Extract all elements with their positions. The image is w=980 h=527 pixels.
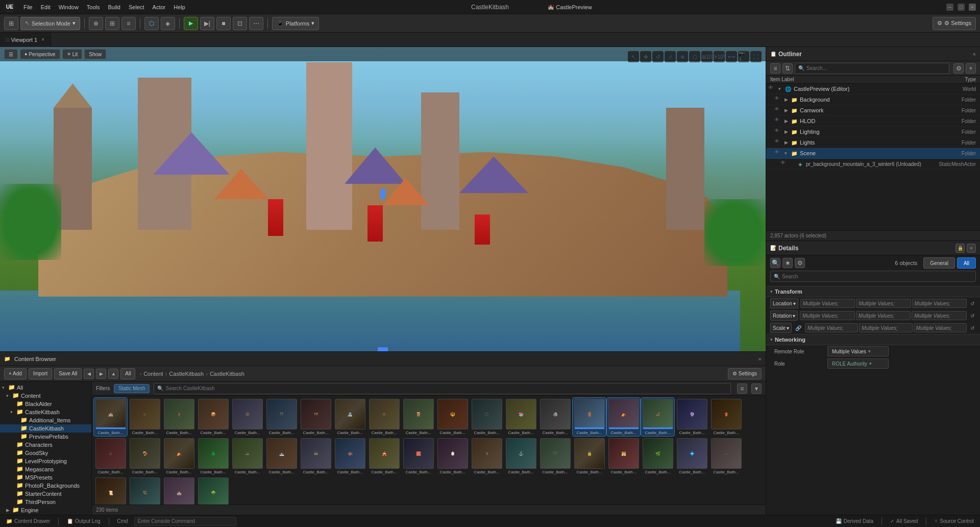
tree-item-levelprototyping[interactable]: 📁 LevelPrototyping: [0, 457, 91, 465]
asset-item[interactable]: ⛺ Castle_Bath...: [162, 437, 195, 475]
outliner-filter-button[interactable]: ≡: [770, 63, 780, 74]
static-mesh-filter[interactable]: Static Mesh: [114, 384, 150, 393]
viewport-tab-close[interactable]: ×: [41, 37, 44, 42]
visibility-icon[interactable]: 👁: [774, 128, 782, 136]
outliner-mesh-item[interactable]: 👁 ◈ pr_background_mountain_a_3_winter6 (…: [766, 159, 980, 170]
tree-item-photor[interactable]: 📁 PhotoR_Backgrounds: [0, 482, 91, 490]
toolbar-home-button[interactable]: ⊞: [4, 17, 18, 30]
toolbar-grid-button[interactable]: ⊞: [105, 17, 119, 30]
menu-select[interactable]: Select: [129, 4, 144, 10]
expand-arrow[interactable]: ▶: [785, 129, 791, 134]
menu-file[interactable]: File: [23, 4, 33, 10]
selection-mode-button[interactable]: ↖ Selection Mode ▾: [20, 17, 80, 30]
settings-button[interactable]: ⚙ ⚙ Settings: [933, 17, 976, 30]
asset-item[interactable]: 🏰 Castle_Bath...: [162, 476, 195, 505]
asset-item[interactable]: ⛩ Castle_Bath...: [265, 398, 298, 436]
content-drawer-button[interactable]: 📁 Content Drawer: [4, 518, 52, 524]
cb-add-button[interactable]: + Add: [4, 368, 27, 379]
menu-edit[interactable]: Edit: [41, 4, 51, 10]
scale-type-select[interactable]: Scale ▾: [770, 323, 792, 333]
col-item-label[interactable]: Item Label: [770, 77, 794, 82]
viewport[interactable]: ☰ ● Perspective ☀ Lit Show ↖ ✥ ↺ ⤢ ⊕ ⬡: [0, 47, 766, 351]
menu-window[interactable]: Window: [59, 4, 79, 10]
asset-item[interactable]: 📜 Castle_Bath...: [94, 476, 127, 505]
asset-item[interactable]: 🗡 Castle_Bath...: [470, 437, 503, 475]
menu-help[interactable]: Help: [174, 4, 185, 10]
cb-search-input[interactable]: [165, 386, 727, 391]
outliner-lighting-item[interactable]: 👁 ▶ 📁 Lighting Folder: [766, 127, 980, 137]
details-search-input[interactable]: [782, 274, 972, 279]
remote-role-select[interactable]: Multiple Values ▾: [827, 346, 889, 356]
outliner-search-input[interactable]: [806, 65, 946, 71]
maximize-button[interactable]: □: [958, 4, 965, 11]
asset-item[interactable]: ⚔ Castle_Bath...: [94, 437, 127, 475]
asset-item[interactable]: 🚪 Castle_Bath...: [573, 398, 606, 436]
source-control-button[interactable]: ⑂ Source Control: [933, 518, 976, 524]
cb-save-all-button[interactable]: Save All: [54, 368, 82, 379]
cb-path-ck2[interactable]: CastleKitbash: [210, 371, 244, 377]
tree-item-mspresets[interactable]: 📁 MSPresets: [0, 473, 91, 482]
asset-item[interactable]: 💠 Castle_Bath...: [675, 437, 708, 475]
visibility-icon[interactable]: 👁: [774, 117, 782, 125]
scale-x[interactable]: Multiple Values;: [805, 323, 858, 332]
asset-item[interactable]: 🌲 Castle_Bath...: [197, 437, 230, 475]
console-input[interactable]: [134, 517, 236, 526]
location-reset-button[interactable]: ↺: [969, 300, 976, 307]
location-z[interactable]: Multiple Values;: [912, 299, 967, 308]
stop-button[interactable]: ■: [216, 17, 231, 30]
cb-close-button[interactable]: ×: [758, 356, 762, 362]
asset-item[interactable]: 🏯 Castle_Bath...: [333, 398, 366, 436]
asset-item[interactable]: 🏔 Castle_Bath...: [299, 437, 332, 475]
asset-item[interactable]: ⚔ Castle_Bath...: [128, 398, 161, 436]
visibility-icon[interactable]: 👁: [780, 160, 789, 168]
expand-arrow[interactable]: ▾: [778, 86, 785, 91]
asset-item[interactable]: 🪨 Castle_Bath...: [538, 398, 572, 436]
outliner-scene-item[interactable]: 👁 ▾ 📁 Scene Folder: [766, 148, 980, 159]
visibility-icon[interactable]: 👁: [774, 138, 782, 147]
asset-item[interactable]: — Castle_Bath...: [709, 437, 743, 475]
asset-item[interactable]: 🧱 Castle_Bath...: [402, 437, 435, 475]
viewport-resize-handle[interactable]: [378, 347, 388, 351]
visibility-icon[interactable]: 👁: [774, 95, 782, 104]
role-select[interactable]: ROLE Authority ▾: [827, 358, 889, 369]
outliner-add-button[interactable]: +: [966, 63, 976, 74]
visibility-icon[interactable]: 👁: [768, 85, 776, 93]
asset-item[interactable]: ⛰ Castle_Bath...: [231, 437, 264, 475]
asset-item[interactable]: 🏗 Castle_Bath...: [128, 476, 161, 505]
derived-data-button[interactable]: 💾 Derived Data: [834, 518, 875, 524]
more-play-button[interactable]: ⋯: [249, 17, 263, 30]
play-button[interactable]: ▶: [184, 17, 198, 30]
outliner-close-button[interactable]: ×: [973, 51, 976, 57]
asset-item[interactable]: 🛡 Castle_Bath...: [538, 437, 572, 475]
scale-y[interactable]: Multiple Values;: [859, 323, 912, 332]
rotation-x[interactable]: Multiple Values;: [800, 311, 855, 320]
asset-item[interactable]: 🪤 Castle_Bath...: [128, 437, 161, 475]
menu-tools[interactable]: Tools: [87, 4, 100, 10]
scale-z[interactable]: Multiple Values;: [914, 323, 967, 332]
expand-arrow[interactable]: ▶: [785, 108, 791, 113]
tree-item-castlekitbash-selected[interactable]: 📁 CastleKitbash: [0, 424, 91, 433]
menu-actor[interactable]: Actor: [153, 4, 166, 10]
scale-reset-button[interactable]: ↺: [969, 324, 976, 331]
viewport-tab[interactable]: □ Viewport 1 ×: [0, 33, 51, 47]
tree-item-blackalder[interactable]: 📁 BlackAlder: [0, 400, 91, 408]
cb-nav-back-button[interactable]: ◀: [84, 369, 94, 379]
all-saved-button[interactable]: ✓ All Saved: [888, 518, 920, 524]
asset-item[interactable]: 🗺 Castle_Bath...: [299, 398, 332, 436]
expand-arrow[interactable]: ▾: [785, 151, 791, 156]
tree-item-starter[interactable]: 📁 StarterContent: [0, 490, 91, 498]
visibility-icon[interactable]: 👁: [774, 106, 782, 114]
pause-button[interactable]: ⊡: [233, 17, 247, 30]
toolbar-snap-button[interactable]: ⊕: [89, 17, 103, 30]
details-tab-all[interactable]: All: [957, 257, 976, 269]
asset-item[interactable]: 🏛 Castle_Bath...: [231, 398, 264, 436]
asset-item[interactable]: 🗻 Castle_Bath...: [265, 437, 298, 475]
outliner-sort-button[interactable]: ⇅: [782, 63, 793, 74]
tree-item-all[interactable]: ▾ 📁 All: [0, 384, 91, 392]
cmd-button[interactable]: Cmd: [115, 518, 130, 524]
networking-section-header[interactable]: ▾ Networking: [766, 334, 980, 345]
details-filter-button[interactable]: ★: [782, 258, 793, 268]
tree-item-additional-items[interactable]: 📁 Additional_Items: [0, 416, 91, 424]
asset-item[interactable]: 🪞 Castle_Bath...: [436, 437, 469, 475]
outliner-settings-button[interactable]: ⚙: [953, 63, 964, 74]
